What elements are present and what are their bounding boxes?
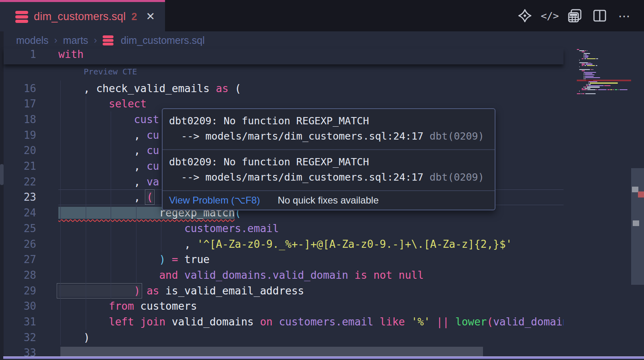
view-problem-link[interactable]: View Problem (⌥F8) (169, 195, 260, 206)
indent-guide (60, 236, 61, 252)
code-line-32[interactable]: 32 ) (4, 329, 564, 345)
line-number: 29 (4, 285, 36, 297)
minimap-code-line (591, 69, 592, 70)
vertical-scrollbar-thumb[interactable] (631, 168, 644, 285)
indent-guide (60, 220, 61, 236)
tab-bar: dim_customers.sql 2 ✕ </> (0, 0, 644, 31)
indent-guide (86, 127, 86, 143)
minimap-code-line (585, 50, 586, 51)
code-line-29[interactable]: 29 ) as is_valid_email_address (4, 283, 564, 298)
database-icon (103, 35, 114, 45)
code-preview-icon[interactable]: </> (542, 8, 558, 24)
overview-error-marker (638, 191, 644, 197)
indent-guide (111, 111, 111, 127)
indent-guide (111, 252, 111, 267)
indent-guide (111, 267, 111, 283)
code-text: , ( (58, 191, 153, 203)
minimap-code-line (584, 76, 584, 77)
problem-code: dbt(0209) (423, 130, 484, 142)
indent-guide (60, 127, 61, 143)
code-line-28[interactable]: 28 and valid_domains.valid_domain is not… (4, 267, 564, 283)
indent-guide (136, 252, 136, 267)
more-actions-icon[interactable]: ⋯ (617, 8, 633, 24)
code-text: and valid_domains.valid_domain is not nu… (58, 269, 424, 281)
minimap-code-line (585, 74, 594, 75)
minimap-code-line (587, 50, 587, 51)
line-number: 18 (4, 113, 36, 125)
split-editor-icon[interactable] (592, 8, 608, 24)
query-results-icon[interactable] (567, 8, 583, 24)
breadcrumb: models › marts › dim_customers.sql (16, 31, 205, 49)
indent-guide (60, 143, 61, 158)
code-text: from customers (58, 300, 197, 312)
indent-guide (136, 205, 136, 221)
minimap-code-line (584, 65, 586, 66)
minimap-code-line (588, 82, 589, 83)
minimap-code-line (582, 64, 585, 64)
minimap-code-line (592, 69, 593, 70)
minimap-code-line (579, 69, 590, 70)
minimap-code-line (582, 58, 584, 59)
code-text: with (58, 48, 84, 64)
minimap-code-line (619, 89, 627, 90)
minimap-code-line (584, 58, 586, 59)
indent-guide (136, 236, 136, 252)
breadcrumb-models[interactable]: models (16, 35, 49, 46)
codelens-preview-cte[interactable]: Preview CTE (84, 67, 137, 76)
problem-message: dbt0209: No function REGEXP_MATCH --> mo… (163, 150, 495, 191)
minimap-code-line (587, 89, 595, 90)
indent-guide (60, 96, 61, 112)
code-line-27[interactable]: 27 ) = true (4, 252, 564, 267)
quick-fix-hint: No quick fixes available (278, 195, 379, 206)
code-line-16[interactable]: 16 , check_valid_emails as ( (4, 80, 564, 96)
indent-guide (136, 267, 136, 283)
minimap-code-line (582, 89, 587, 90)
problem-message: dbt0209: No function REGEXP_MATCH --> mo… (163, 109, 495, 150)
minimap-code-line (579, 66, 580, 67)
breadcrumb-file[interactable]: dim_customers.sql (121, 35, 204, 46)
panel-edge (0, 31, 4, 360)
code-text: cust (58, 113, 159, 125)
minimap-code-line (588, 84, 591, 85)
editor-action-bar: </> ⋯ (517, 0, 633, 31)
minimap-code-line (584, 56, 584, 56)
minimap-code-line (585, 54, 586, 55)
minimap-code-line (587, 65, 595, 66)
problem-code: dbt(0209) (423, 171, 484, 183)
code-line-25[interactable]: 25 customers.email (4, 220, 564, 236)
minimap[interactable] (577, 49, 631, 97)
code-text: , cu (58, 144, 159, 156)
code-text: , cu (58, 160, 159, 172)
line-number: 19 (4, 129, 36, 141)
indent-guide (111, 236, 111, 252)
code-line-31[interactable]: 31 left join valid_domains on customers.… (4, 314, 564, 330)
indent-guide (86, 236, 86, 252)
minimap-code-line (596, 65, 597, 66)
indent-guide (60, 329, 61, 345)
indent-guide (86, 220, 86, 236)
indent-guide (86, 189, 86, 205)
indent-guide (86, 267, 86, 283)
code-line-30[interactable]: 30 from customers (4, 298, 564, 314)
sticky-scroll-line[interactable]: 1 with (4, 48, 564, 64)
tab-dim-customers[interactable]: dim_customers.sql 2 ✕ (0, 0, 165, 31)
indent-guide (60, 80, 61, 96)
panel-bottom-border (3, 356, 644, 359)
minimap-code-line (585, 57, 588, 58)
minimap-code-line (587, 86, 600, 87)
indent-guide (86, 143, 86, 158)
tab-problem-badge: 2 (131, 11, 137, 23)
indent-guide (86, 298, 86, 314)
indent-guide (111, 220, 111, 236)
panel-scroll-handle[interactable] (0, 164, 4, 185)
code-text: select (58, 98, 147, 110)
breadcrumb-marts[interactable]: marts (63, 35, 89, 46)
close-icon[interactable]: ✕ (146, 11, 155, 22)
dbt-logo-icon[interactable] (517, 8, 533, 24)
code-line-26[interactable]: 26 , '^[A-Za-z0-9._%+-]+@[A-Za-z0-9.-]+\… (4, 236, 564, 252)
code-text: , cu (58, 129, 159, 141)
minimap-code-line (584, 72, 596, 73)
indent-guide (111, 174, 111, 189)
indent-guide (86, 158, 86, 174)
minimap-code-line (604, 85, 611, 86)
